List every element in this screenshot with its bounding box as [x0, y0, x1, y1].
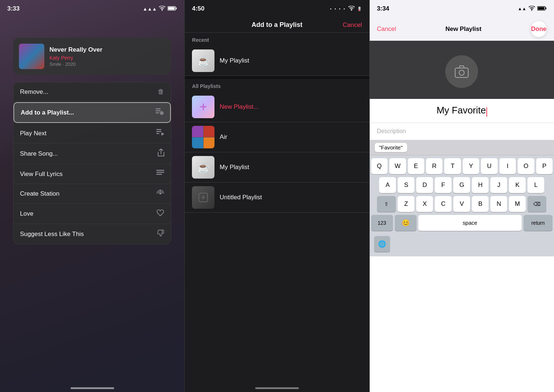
autocomplete-suggestion[interactable]: "Favorite": [375, 143, 407, 152]
svg-rect-15: [156, 174, 162, 175]
svg-rect-2: [168, 7, 175, 9]
key-m[interactable]: M: [509, 196, 526, 212]
panel3-done-button[interactable]: Done: [531, 21, 547, 37]
key-u[interactable]: U: [481, 158, 497, 174]
key-y[interactable]: Y: [463, 158, 479, 174]
key-g[interactable]: G: [453, 177, 470, 193]
key-b[interactable]: B: [472, 196, 489, 212]
autocomplete-bar: "Favorite": [370, 140, 554, 155]
key-o[interactable]: O: [518, 158, 534, 174]
key-t[interactable]: T: [444, 158, 461, 174]
key-h[interactable]: H: [472, 177, 489, 193]
recent-playlist-item[interactable]: ☕ My Playlist: [185, 46, 369, 76]
key-q[interactable]: Q: [371, 158, 388, 174]
context-menu: Remove... 🗑 Add to a Playlist...: [13, 82, 171, 244]
air-playlist-item[interactable]: Air: [185, 122, 369, 152]
key-n[interactable]: N: [490, 196, 507, 212]
key-p[interactable]: P: [536, 158, 553, 174]
description-field[interactable]: Description: [370, 123, 554, 140]
menu-item-create-station[interactable]: Create Station: [13, 184, 171, 204]
key-a[interactable]: A: [379, 177, 396, 193]
song-artist: Katy Perry: [49, 55, 165, 61]
panel2-header: Add to a Playlist Cancel: [185, 16, 369, 33]
svg-marker-12: [161, 132, 164, 136]
svg-rect-10: [156, 131, 161, 132]
text-cursor: [486, 107, 487, 117]
song-info: Never Really Over Katy Perry Smile · 202…: [49, 46, 165, 67]
key-z[interactable]: Z: [398, 196, 414, 212]
trash-icon: 🗑: [158, 88, 164, 96]
untitled-playlist-item[interactable]: Untitled Playlist: [185, 183, 369, 213]
all-playlists-header: All Playlists: [185, 79, 369, 92]
key-globe[interactable]: 🌐: [374, 236, 390, 252]
panel3-header: Cancel New Playlist Done: [370, 16, 554, 41]
my-playlist-item[interactable]: ☕ My Playlist: [185, 152, 369, 183]
menu-item-remove[interactable]: Remove... 🗑: [13, 83, 171, 101]
battery-icon-p3: [537, 6, 547, 12]
key-r[interactable]: R: [426, 158, 442, 174]
panel3-title: New Playlist: [445, 25, 481, 33]
key-c[interactable]: C: [435, 196, 451, 212]
menu-item-view-lyrics[interactable]: View Full Lyrics: [13, 164, 171, 184]
svg-rect-24: [455, 68, 468, 77]
key-shift[interactable]: ⇧: [377, 196, 396, 212]
recent-playlist-art: ☕: [192, 49, 214, 72]
home-indicator-p2: [255, 387, 299, 389]
menu-item-share-song[interactable]: Share Song...: [13, 143, 171, 164]
key-123[interactable]: 123: [371, 215, 393, 231]
key-d[interactable]: D: [416, 177, 433, 193]
svg-rect-4: [156, 111, 161, 112]
svg-rect-13: [156, 170, 164, 171]
panel2-cancel-button[interactable]: Cancel: [340, 21, 362, 29]
svg-rect-23: [538, 7, 544, 9]
menu-item-play-next[interactable]: Play Next: [13, 124, 171, 143]
photo-button[interactable]: [445, 55, 478, 88]
radio-icon: [156, 189, 164, 198]
new-playlist-label: New Playlist...: [220, 103, 258, 111]
playlist-name-field[interactable]: My Favorite: [370, 99, 554, 123]
key-s[interactable]: S: [398, 177, 414, 193]
new-playlist-item[interactable]: + New Playlist...: [185, 92, 369, 122]
air-playlist-art: [192, 126, 214, 148]
recent-playlist-name: My Playlist: [220, 57, 249, 64]
menu-item-love[interactable]: Love: [13, 204, 171, 224]
key-f[interactable]: F: [435, 177, 451, 193]
air-playlist-name: Air: [220, 133, 227, 141]
status-time-p1: 3:33: [7, 5, 20, 12]
key-j[interactable]: J: [490, 177, 507, 193]
status-time-p3: 3:34: [377, 5, 389, 12]
key-l[interactable]: L: [527, 177, 544, 193]
wifi-icon-p2: [348, 6, 355, 12]
key-i[interactable]: I: [499, 158, 516, 174]
lyrics-icon: [156, 170, 164, 178]
keyboard-row-2: A S D F G H J K L: [371, 177, 553, 193]
song-artwork: [19, 44, 44, 69]
song-title: Never Really Over: [49, 46, 165, 53]
svg-rect-1: [176, 7, 177, 9]
key-e[interactable]: E: [408, 158, 424, 174]
menu-item-suggest-less[interactable]: Suggest Less Like This: [13, 224, 171, 244]
key-v[interactable]: V: [453, 196, 470, 212]
key-w[interactable]: W: [389, 158, 406, 174]
panel-new-playlist: 3:34 ▲▲ Cancel New Playlist Done: [370, 0, 554, 392]
my-playlist-name: My Playlist: [220, 164, 249, 171]
playlist-icon: [156, 108, 164, 117]
key-backspace[interactable]: ⌫: [527, 196, 546, 212]
svg-point-25: [459, 70, 464, 75]
key-return[interactable]: return: [523, 215, 553, 231]
key-k[interactable]: K: [509, 177, 526, 193]
status-time-p2: 4:50: [192, 5, 204, 12]
key-space[interactable]: space: [418, 215, 522, 231]
playlist-name-value: My Favorite: [437, 105, 486, 116]
svg-rect-5: [156, 112, 159, 113]
share-icon: [158, 149, 164, 159]
menu-item-add-playlist[interactable]: Add to a Playlist...: [13, 102, 171, 123]
battery-icon-p1: [168, 6, 177, 12]
signal-icon-p1: ▲▲▲: [143, 6, 157, 12]
key-x[interactable]: X: [416, 196, 433, 212]
key-emoji[interactable]: 😊: [395, 215, 417, 231]
song-card: Never Really Over Katy Perry Smile · 202…: [13, 38, 171, 75]
untitled-playlist-name: Untitled Playlist: [220, 194, 262, 201]
panel2-title: Add to a Playlist: [214, 21, 340, 29]
panel3-cancel-button[interactable]: Cancel: [377, 25, 396, 33]
